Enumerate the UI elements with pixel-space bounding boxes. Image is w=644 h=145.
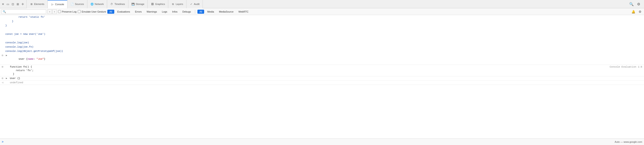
str-val-1: "Joe" — [36, 58, 44, 60]
window-controls: ✕ ▭ ⊡ ⊞ ✛ — [1, 2, 25, 6]
search-input[interactable] — [7, 10, 43, 13]
tab-sources-label: Sources — [75, 3, 84, 6]
output-source-2: Console Evaluation 1:8 — [605, 65, 642, 69]
level-warnings-button[interactable]: Warnings — [145, 10, 159, 14]
output-icon-1: ⊟ — [2, 54, 6, 57]
code-line-5: console.log(joe) — [0, 41, 644, 45]
console-area: return 'static fn' } } const joe = new U… — [0, 15, 644, 138]
level-infos-button[interactable]: Infos — [170, 10, 179, 14]
type-media-button[interactable]: Media — [206, 10, 216, 14]
console-icon: ▷ — [51, 3, 54, 6]
code-line-6: console.log(joe.fn) — [0, 45, 644, 49]
tab-storage[interactable]: 💾 Storage — [128, 0, 148, 8]
level-errors-button[interactable]: Errors — [133, 10, 144, 14]
sep-1: : — [34, 58, 36, 60]
obj-label-1: User { — [19, 58, 28, 60]
minimize-icon[interactable]: ▭ — [6, 2, 10, 6]
tab-network-label: Network — [95, 3, 104, 6]
preserve-log-label: Preserve Log — [58, 10, 76, 13]
bottom-bar: > Auto — www.google.com — [0, 138, 644, 145]
search-icon[interactable]: 🔍 — [629, 1, 634, 7]
tab-audit[interactable]: ✓ Audit — [186, 0, 203, 8]
divider — [195, 10, 195, 14]
tab-layers-label: Layers — [176, 3, 183, 6]
emulate-gesture-text: Emulate User Gesture — [82, 10, 106, 13]
settings-icon[interactable]: ⚙ — [636, 1, 641, 7]
detach-icon[interactable]: ⊞ — [16, 2, 20, 6]
expand-arrow-1[interactable]: ▶ — [6, 54, 10, 57]
code-line-4: const joe = new User('Joe') — [0, 32, 644, 36]
type-all-button[interactable]: All — [198, 10, 204, 14]
tab-sources[interactable]: 📄 Sources — [67, 0, 87, 8]
preserve-log-text: Preserve Log — [62, 10, 76, 13]
timelines-icon: ⏱ — [110, 3, 114, 6]
output-icon-4: ◁ — [2, 81, 6, 84]
tab-timelines-label: Timelines — [114, 3, 125, 6]
console-output-4: ◁ undefined — [0, 81, 644, 85]
bottom-bar-text: Auto — www.google.com — [615, 140, 642, 143]
console-output-2: ⊟ function fn() { return 'fn'; } Console… — [0, 65, 644, 76]
code-blank-1 — [0, 28, 644, 32]
settings2-icon[interactable]: ⚙ — [637, 9, 643, 14]
notifications-icon[interactable]: 🔔 — [630, 9, 636, 14]
tab-storage-label: Storage — [136, 3, 144, 6]
level-evaluations-button[interactable]: Evaluations — [116, 10, 132, 14]
console-output-1: ⊟ ▶ User {name: "Joe"} — [0, 53, 644, 65]
prompt-arrow: > — [2, 140, 4, 143]
level-logs-button[interactable]: Logs — [160, 10, 169, 14]
graphics-icon: 🖼 — [151, 3, 154, 6]
type-mediasource-button[interactable]: MediaSource — [217, 10, 235, 14]
filter-next-button[interactable]: › — [52, 10, 57, 14]
dock-icon[interactable]: ✛ — [20, 2, 25, 6]
code-line-7: console.log(Object.getPrototypeOf(joe)) — [0, 49, 644, 53]
tab-graphics-label: Graphics — [155, 3, 165, 6]
code-line-1: return 'static fn' — [0, 15, 644, 19]
suffix-1: } — [44, 58, 46, 60]
search-box: 🔍 — [1, 10, 46, 14]
tab-bar-right: 🔍 ⚙ — [629, 1, 643, 7]
filter-nav: ‹ › — [48, 10, 57, 14]
expand-icon[interactable]: ⊡ — [11, 2, 15, 6]
tab-layers[interactable]: ⧉ Layers — [168, 0, 186, 8]
key-name-1: name — [28, 58, 34, 60]
output-icon-2: ⊟ — [2, 65, 6, 69]
layers-icon: ⧉ — [172, 3, 174, 6]
tab-elements-label: Elements — [34, 3, 44, 6]
close-icon[interactable]: ✕ — [1, 2, 5, 6]
tab-timelines[interactable]: ⏱ Timelines — [107, 0, 128, 8]
level-all-button[interactable]: All — [107, 10, 114, 14]
expand-arrow-3[interactable]: ▶ — [6, 77, 10, 80]
code-line-3: } — [0, 24, 644, 28]
tab-console[interactable]: ▷ Console — [48, 0, 68, 8]
filter-prev-button[interactable]: ‹ — [48, 10, 52, 14]
network-icon: 🌐 — [90, 3, 94, 6]
console-output-3: ⊟ ▶ User {} — [0, 76, 644, 81]
tab-audit-label: Audit — [194, 3, 200, 6]
filter-bar: 🔍 ‹ › Preserve Log Emulate User Gesture … — [0, 8, 644, 15]
storage-icon: 💾 — [132, 3, 135, 6]
tab-bar: ✕ ▭ ⊡ ⊞ ✛ ⊞ Elements ▷ Console 📄 Sources… — [0, 0, 644, 8]
audit-icon: ✓ — [190, 3, 193, 6]
search-icon: 🔍 — [3, 10, 6, 13]
code-blank-2 — [0, 36, 644, 41]
emulate-gesture-label: Emulate User Gesture — [78, 10, 106, 13]
code-line-2: } — [0, 19, 644, 24]
level-debugs-button[interactable]: Debugs — [180, 10, 193, 14]
preserve-log-checkbox[interactable] — [58, 10, 61, 13]
elements-icon: ⊞ — [30, 3, 33, 6]
filter-bar-right: 🔔 ⚙ — [630, 9, 643, 14]
output-content-3: User {} — [10, 77, 642, 80]
output-content-1: User {name: "Joe"} — [10, 54, 642, 64]
type-webrtc-button[interactable]: WebRTC — [237, 10, 250, 14]
tab-graphics[interactable]: 🖼 Graphics — [148, 0, 168, 8]
emulate-gesture-checkbox[interactable] — [78, 10, 81, 13]
output-content-2: function fn() { return 'fn'; } — [10, 65, 605, 76]
tab-console-label: Console — [55, 3, 64, 6]
output-content-4: undefined — [10, 81, 642, 84]
bottom-bar-right: Auto — www.google.com — [615, 140, 642, 143]
output-icon-3: ⊟ — [2, 77, 6, 80]
tab-elements[interactable]: ⊞ Elements — [26, 0, 48, 8]
tab-network[interactable]: 🌐 Network — [87, 0, 107, 8]
sources-icon: 📄 — [70, 3, 74, 6]
